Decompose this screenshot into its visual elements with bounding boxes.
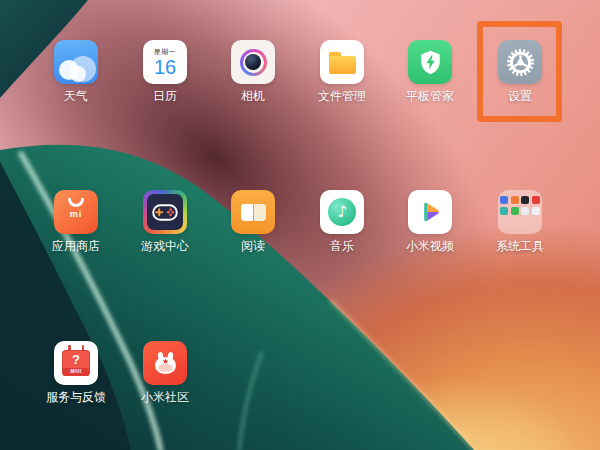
- bag-handle-shape: [68, 198, 84, 207]
- music-note-glyph: ♪: [337, 204, 347, 220]
- play-triangle-icon: [416, 198, 444, 226]
- camera-icon: [231, 40, 275, 84]
- mi-video-play-icon: [408, 190, 452, 234]
- system-tools-folder: [498, 190, 542, 234]
- folder-body-shape: [329, 56, 356, 74]
- app-game-center[interactable]: 游戏中心: [123, 190, 207, 253]
- app-label: 应用商店: [52, 240, 100, 253]
- folder-preview-grid: [502, 196, 538, 215]
- camera-lens-ring: [240, 49, 267, 76]
- question-mark-glyph: ?: [72, 351, 80, 368]
- music-note-icon: ♪: [320, 190, 364, 234]
- app-camera[interactable]: 相机: [211, 40, 295, 103]
- file-manager-icon: [320, 40, 364, 84]
- reader-book-icon: [231, 190, 275, 234]
- calendar-icon: 星期一 16: [143, 40, 187, 84]
- app-label: 音乐: [330, 240, 354, 253]
- app-mi-video[interactable]: 小米视频: [388, 190, 472, 253]
- game-center-icon: [143, 190, 187, 234]
- folder-mini-icon: [532, 207, 540, 215]
- music-circle-shape: ♪: [328, 198, 356, 226]
- app-weather[interactable]: 天气: [34, 40, 118, 103]
- open-book-icon: [241, 204, 266, 221]
- home-screen: 天气 星期一 16 日历 相机 文件管理 平板管家: [0, 0, 600, 450]
- weather-icon: [54, 40, 98, 84]
- camera-lens: [245, 54, 261, 70]
- shield-bolt-icon: [417, 49, 444, 76]
- app-calendar[interactable]: 星期一 16 日历: [123, 40, 207, 103]
- folder-mini-icon: [521, 207, 529, 215]
- gamepad-icon: [147, 194, 183, 230]
- app-label: 服务与反馈: [46, 391, 106, 404]
- folder-mini-icon: [500, 207, 508, 215]
- mi-community-bunny-icon: [143, 341, 187, 385]
- app-app-store[interactable]: mi 应用商店: [34, 190, 118, 253]
- app-mi-community[interactable]: 小米社区: [123, 341, 207, 404]
- folder-mini-icon: [532, 196, 540, 204]
- folder-mini-icon: [500, 196, 508, 204]
- app-music[interactable]: ♪ 音乐: [300, 190, 384, 253]
- app-label: 小米社区: [141, 391, 189, 404]
- app-label: 相机: [241, 90, 265, 103]
- app-system-tools-folder[interactable]: 系统工具: [478, 190, 562, 253]
- app-store-icon: mi: [54, 190, 98, 234]
- app-label: 平板管家: [406, 90, 454, 103]
- app-label: 小米视频: [406, 240, 454, 253]
- app-reader[interactable]: 阅读: [211, 190, 295, 253]
- app-services-feedback[interactable]: ? MIUI 服务与反馈: [34, 341, 118, 404]
- tablet-guard-icon: [408, 40, 452, 84]
- hanging-sign-shape: ? MIUI: [62, 350, 90, 376]
- app-label: 日历: [153, 90, 177, 103]
- services-feedback-icon: ? MIUI: [54, 341, 98, 385]
- app-tablet-guard[interactable]: 平板管家: [388, 40, 472, 103]
- bunny-icon: [151, 350, 180, 377]
- folder-mini-icon: [511, 196, 519, 204]
- app-label: 阅读: [241, 240, 265, 253]
- app-label: 天气: [64, 90, 88, 103]
- app-file-manager[interactable]: 文件管理: [300, 40, 384, 103]
- app-label: 文件管理: [318, 90, 366, 103]
- miui-brand-text: MIUI: [63, 368, 89, 376]
- app-label: 游戏中心: [141, 240, 189, 253]
- calendar-day: 16: [154, 57, 176, 78]
- folder-mini-icon: [511, 207, 519, 215]
- app-label: 系统工具: [496, 240, 544, 253]
- folder-mini-icon: [521, 196, 529, 204]
- mi-logo-text: mi: [70, 209, 83, 219]
- highlight-box: [477, 21, 562, 122]
- cloud-shape: [70, 66, 86, 82]
